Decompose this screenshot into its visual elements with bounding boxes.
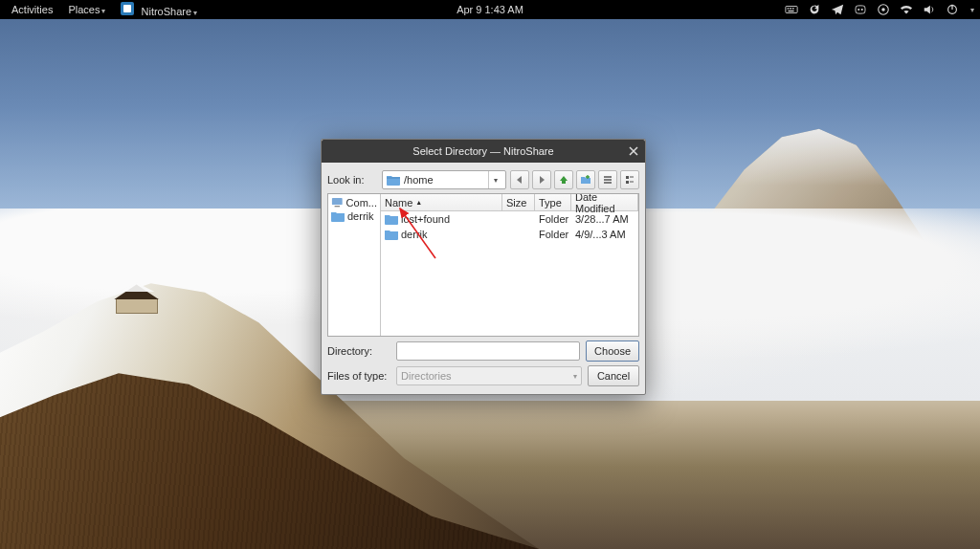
arrow-right-icon — [536, 174, 547, 186]
file-type: Folder — [535, 212, 571, 226]
sidebar-item-label: derrik — [347, 210, 374, 222]
chevron-down-icon: ▾ — [488, 171, 501, 188]
file-type: Folder — [535, 228, 571, 241]
svg-rect-13 — [332, 198, 343, 205]
keyboard-layout-icon[interactable] — [785, 3, 798, 16]
folder-icon — [385, 230, 398, 240]
choose-button[interactable]: Choose — [586, 340, 639, 362]
svg-rect-2 — [790, 8, 791, 9]
system-menu-chevron-icon[interactable]: ▾ — [970, 6, 974, 14]
arrow-left-icon — [514, 174, 525, 186]
sidebar-item-label: Com... — [346, 197, 377, 209]
forward-button[interactable] — [532, 170, 551, 189]
file-list: Name▲ Size Type Date Modified lost+found… — [381, 194, 638, 336]
directory-input[interactable] — [396, 341, 580, 361]
file-row[interactable]: lost+found Folder 3/28...7 AM — [381, 211, 638, 227]
back-button[interactable] — [510, 170, 529, 189]
chevron-down-icon: ▾ — [573, 372, 577, 381]
computer-icon — [331, 197, 344, 209]
discord-icon[interactable] — [854, 3, 867, 16]
cancel-button[interactable]: Cancel — [588, 365, 639, 386]
column-size[interactable]: Size — [502, 194, 535, 210]
path-text: /home — [404, 174, 484, 186]
detail-view-icon — [624, 174, 635, 186]
arrow-up-icon — [558, 174, 569, 186]
sidebar-item-user[interactable]: derrik — [328, 209, 380, 223]
new-folder-icon — [580, 174, 591, 186]
folder-icon — [385, 214, 398, 225]
file-date: 3/28...7 AM — [571, 212, 638, 226]
folder-icon — [387, 175, 400, 186]
list-view-button[interactable] — [598, 170, 617, 189]
new-folder-button[interactable] — [576, 170, 595, 189]
svg-rect-14 — [335, 206, 340, 207]
app-menu-label: NitroShare — [142, 6, 192, 17]
clock[interactable]: Apr 9 1:43 AM — [451, 4, 529, 15]
filetype-combobox: Directories ▾ — [396, 366, 582, 385]
column-date[interactable]: Date Modified — [571, 194, 638, 210]
places-sidebar: Com... derrik — [328, 194, 381, 336]
file-name: lost+found — [401, 213, 450, 225]
svg-rect-12 — [626, 181, 629, 184]
telegram-icon[interactable] — [831, 3, 844, 16]
sidebar-item-computer[interactable]: Com... — [328, 196, 380, 209]
wifi-icon[interactable] — [900, 3, 913, 16]
nitroshare-app-icon — [121, 2, 134, 15]
up-button[interactable] — [554, 170, 573, 189]
dialog-title: Select Directory — NitroShare — [412, 145, 553, 157]
lookin-label: Look in: — [327, 174, 378, 186]
dialog-titlebar[interactable]: Select Directory — NitroShare — [322, 140, 645, 163]
svg-rect-4 — [789, 11, 794, 11]
path-combobox[interactable]: /home ▾ — [382, 170, 506, 189]
top-panel: Activities Places▾ NitroShare▾ Apr 9 1:4… — [0, 0, 980, 19]
svg-point-6 — [861, 9, 863, 11]
svg-rect-10 — [951, 5, 952, 10]
activities-button[interactable]: Activities — [6, 4, 58, 15]
filetype-label: Files of type: — [327, 370, 390, 382]
svg-point-8 — [881, 8, 885, 11]
detail-view-button[interactable] — [620, 170, 639, 189]
refresh-icon[interactable] — [808, 3, 821, 16]
file-row[interactable]: derrik Folder 4/9/...3 AM — [381, 227, 638, 242]
power-icon[interactable] — [946, 3, 959, 16]
svg-rect-1 — [788, 8, 790, 9]
tray-app-icon[interactable] — [877, 3, 890, 16]
file-list-header: Name▲ Size Type Date Modified — [381, 194, 638, 211]
close-button[interactable] — [626, 143, 641, 159]
column-type[interactable]: Type — [535, 194, 571, 210]
svg-rect-0 — [786, 7, 797, 13]
places-label: Places — [68, 4, 100, 15]
svg-rect-3 — [792, 8, 794, 9]
file-date: 4/9/...3 AM — [571, 228, 638, 241]
svg-point-5 — [858, 9, 859, 11]
select-directory-dialog: Select Directory — NitroShare Look in: /… — [321, 139, 646, 395]
column-name[interactable]: Name▲ — [381, 194, 502, 210]
volume-icon[interactable] — [923, 3, 936, 16]
directory-label: Directory: — [327, 345, 390, 357]
close-icon — [629, 146, 638, 156]
list-view-icon — [602, 174, 613, 186]
app-menu[interactable]: NitroShare▾ — [115, 2, 203, 17]
file-name: derrik — [401, 229, 428, 240]
svg-rect-11 — [626, 176, 629, 179]
folder-icon — [331, 211, 345, 222]
filetype-value: Directories — [401, 370, 452, 382]
sort-asc-icon: ▲ — [415, 199, 422, 206]
places-menu[interactable]: Places▾ — [62, 4, 111, 15]
